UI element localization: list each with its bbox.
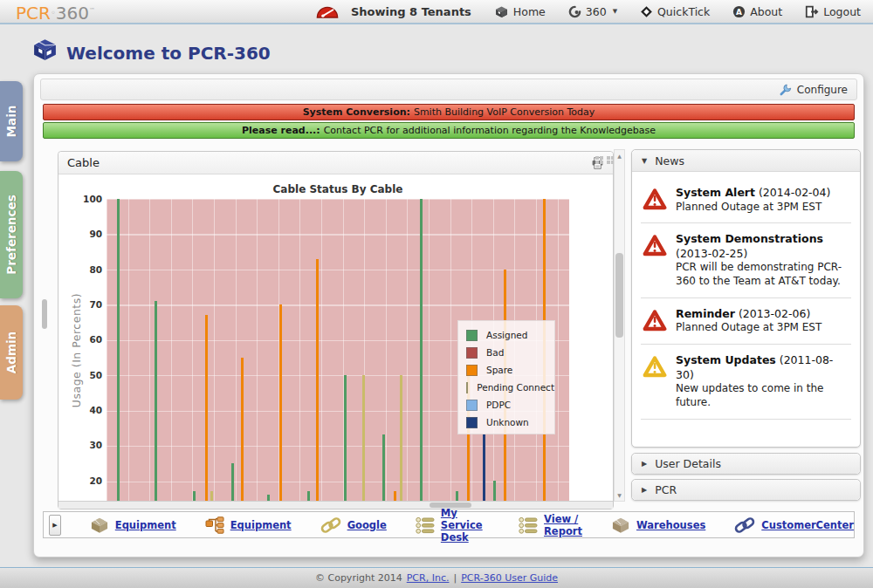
user-guide-link[interactable]: PCR-360 User Guide [461,572,558,584]
banner-label: System Conversion: [303,106,410,118]
quick-link-label[interactable]: Google [347,519,387,531]
sidebar-tab-main[interactable]: Main [0,81,23,161]
chart-bar-assigned [420,199,423,502]
quick-link-my-service-desk[interactable]: My Service Desk [416,507,490,544]
chart-bar-assigned [155,301,157,502]
news-item-body: Planned Outage at 3PM EST [676,321,821,335]
news-item: System Demonstrations (2013-02-25)PCR wi… [641,223,851,298]
nav-logout[interactable]: Logout [805,5,861,18]
y-axis-tick: 90 [74,229,102,239]
news-item: Reminder (2013-02-06)Planned Outage at 3… [641,298,851,345]
top-bar: PCR◦360™ Showing 8 Tenants Home 360 ▼ Qu… [0,0,873,24]
chart-title: Cable Status By Cable [107,183,569,195]
legend-label: Spare [486,365,512,375]
copyright-text: © Copyright 2014 [315,572,402,584]
user-details-header[interactable]: ▶ User Details [632,454,860,474]
nav-about[interactable]: A About [732,5,782,18]
news-item-body: PCR will be demonstrating PCR-360 to the… [676,261,849,289]
cable-widget-header[interactable]: Cable [58,152,613,174]
nav-about-label: About [750,5,782,18]
legend-row: Pending Connect [466,379,554,396]
legend-swatch [466,330,478,341]
quick-link-label[interactable]: Warehouses [636,519,705,531]
chain-icon [320,516,341,534]
quick-link-equipment[interactable]: Equipment [90,516,176,534]
alert-banner-green: Please read...: Contact PCR for addition… [43,122,855,139]
sidebar-tab-label: Preferences [4,195,18,274]
nav-quicktick[interactable]: QuickTick [640,5,710,18]
y-axis-tick: 40 [74,405,102,415]
chain-icon [734,516,755,534]
quick-link-google[interactable]: Google [320,516,387,534]
box-icon [611,516,630,534]
nav-360[interactable]: 360 ▼ [568,5,617,18]
news-item: System Alert (2014-02-04)Planned Outage … [641,177,851,223]
y-axis-tick: 100 [74,194,102,204]
y-axis-tick: 30 [74,440,102,450]
chevron-down-icon: ▼ [613,8,617,15]
chart-bar-unknown [483,434,485,502]
nav-logout-label: Logout [823,5,861,18]
quick-links-bar: ▶ EquipmentEquipmentGoogleMy Service Des… [43,511,855,538]
alert-banner-red: System Conversion: Smith Building VoIP C… [43,104,855,120]
quick-link-label[interactable]: Equipment [115,519,176,531]
scroll-up-arrow[interactable]: ▲ [615,153,624,159]
sidebar-tab-label: Main [4,106,18,138]
y-axis-tick: 70 [74,299,102,310]
quick-link-label[interactable]: My Service Desk [441,507,490,544]
dashboard-vertical-scrollbar[interactable]: ▲ ▼ [614,149,625,502]
grid-layout-icon[interactable] [595,151,603,168]
expand-triangle-icon: ▶ [642,460,647,468]
news-item: System Updates (2011-08-30)New updates t… [641,345,851,420]
footer-separator: | [453,572,457,584]
left-scrollbar-thumb[interactable] [42,299,47,329]
y-axis-tick: 20 [74,475,102,486]
svg-text:A: A [736,7,742,16]
orgchart-icon [205,516,224,534]
logo-trademark: ™ [89,7,95,14]
chart-plot-area: AssignedBadSparePending ConnectPDPCUnkno… [107,199,569,502]
sidebar-tab-admin[interactable]: Admin [0,305,23,400]
box-icon [90,516,109,534]
warning-triangle-icon [643,353,676,410]
warning-triangle-icon [643,186,676,214]
configure-button[interactable]: Configure [779,83,848,96]
scroll-down-arrow[interactable]: ▼ [615,492,624,498]
banner-label: Please read...: [242,125,320,136]
logo-360: 360 [56,3,89,24]
top-nav: Showing 8 Tenants Home 360 ▼ QuickTick A… [316,5,861,18]
pcr-panel-title: PCR [655,483,677,496]
scrollbar-thumb[interactable] [615,253,623,338]
legend-row: Bad [466,344,554,361]
cable-widget: Cable Cable Status By Cable Usage (In Pe… [58,151,614,509]
banner-message: Smith Building VoIP Conversion Today [414,106,595,118]
layout-grid-icons [595,151,615,168]
footer: © Copyright 2014 PCR, Inc. | PCR-360 Use… [0,567,873,588]
gauge-icon [316,5,339,18]
pcr-panel-header[interactable]: ▶ PCR [632,480,860,500]
legend-label: PDPC [486,400,511,410]
quick-link-label[interactable]: View / Report [544,513,582,537]
quick-link-warehouses[interactable]: Warehouses [611,516,705,534]
quick-link-label[interactable]: CustomerCenter [761,519,854,531]
nav-home[interactable]: Home [494,5,546,18]
nav-quicktick-label: QuickTick [657,5,710,18]
links-expand-button[interactable]: ▶ [49,515,61,536]
news-item-title: System Alert (2014-02-04) [676,186,830,201]
diamond-icon [640,5,653,18]
news-panel-header[interactable]: ▼ News [632,150,860,172]
quick-link-view-report[interactable]: View / Report [519,513,582,537]
quick-link-label[interactable]: Equipment [230,519,292,531]
logout-icon [805,5,819,18]
legend-swatch [466,347,478,359]
legend-row: PDPC [466,396,554,414]
quick-link-equipment[interactable]: Equipment [205,516,292,534]
legend-row: Unknown [466,414,554,431]
sidebar-tab-preferences[interactable]: Preferences [0,171,23,298]
quick-link-customercenter[interactable]: CustomerCenter [734,516,854,534]
pcr-inc-link[interactable]: PCR, Inc. [407,572,450,584]
news-item-body: Planned Outage at 3PM EST [676,201,830,215]
collapse-triangle-icon: ▼ [642,157,647,165]
legend-swatch [466,365,478,376]
nav-360-label: 360 [586,5,607,18]
